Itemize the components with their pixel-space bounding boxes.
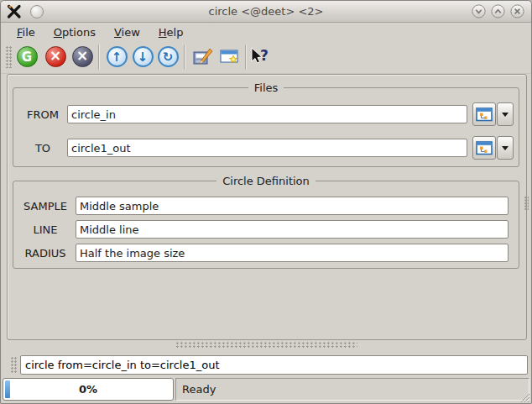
close-button[interactable] xyxy=(510,4,524,18)
to-label: TO xyxy=(18,142,67,155)
menu-help[interactable]: Help xyxy=(152,25,190,39)
progress-percent-label: 0% xyxy=(3,383,173,396)
sample-input[interactable] xyxy=(76,197,509,215)
line-label: LINE xyxy=(18,223,72,236)
radius-input[interactable] xyxy=(76,244,509,262)
app-window: circle <@deet> <2> File Options View Hel… xyxy=(0,0,532,404)
x11-logo-icon[interactable] xyxy=(6,4,23,19)
sample-row: SAMPLE xyxy=(18,196,514,216)
circle-definition-group: Circle Definition SAMPLE LINE RADIUS xyxy=(13,175,519,269)
from-input[interactable] xyxy=(67,105,467,123)
files-group-legend: Files xyxy=(248,81,284,94)
progress-bar: 0% xyxy=(3,378,174,401)
minimize-button[interactable] xyxy=(472,4,486,18)
from-history-dropdown[interactable] xyxy=(497,102,514,126)
toolbar-drag-handle[interactable] xyxy=(6,46,13,68)
horizontal-splitter-handle[interactable] xyxy=(176,342,357,348)
exit-button[interactable]: × xyxy=(70,45,94,69)
line-row: LINE xyxy=(18,219,514,239)
maximize-button[interactable] xyxy=(491,4,505,18)
svg-text:?: ? xyxy=(260,47,269,64)
redo-button[interactable]: ↻ xyxy=(156,45,180,69)
menu-file[interactable]: File xyxy=(10,25,42,39)
to-row: TO xyxy=(18,135,514,160)
toolbar: G × × ↑ ↓ ↻ xyxy=(1,40,531,74)
status-message-panel: Ready xyxy=(175,378,529,401)
toolbar-separator xyxy=(98,45,100,70)
context-help-button[interactable]: ? xyxy=(248,45,272,69)
exit-icon: × xyxy=(72,46,93,67)
to-input[interactable] xyxy=(67,139,467,157)
radius-label: RADIUS xyxy=(18,247,72,260)
arrow-up-icon: ↑ xyxy=(107,46,128,67)
status-bar: 0% Ready xyxy=(1,377,531,404)
files-group: Files FROM TO xyxy=(13,81,519,167)
redo-icon: ↻ xyxy=(158,46,179,67)
scroll-down-button[interactable]: ↓ xyxy=(131,45,154,69)
caret-down-icon xyxy=(502,113,509,117)
window-title: circle <@deet> <2> xyxy=(1,5,531,18)
command-bar-drag-handle[interactable] xyxy=(11,357,18,374)
command-line-input[interactable] xyxy=(20,355,528,375)
caret-down-icon xyxy=(502,146,509,150)
new-log-window-button[interactable] xyxy=(217,45,241,69)
edit-icon xyxy=(192,47,213,67)
sticky-button[interactable] xyxy=(30,5,44,18)
menu-view[interactable]: View xyxy=(107,25,147,39)
arrow-down-icon: ↓ xyxy=(133,46,154,67)
status-message: Ready xyxy=(182,383,216,396)
titlebar[interactable]: circle <@deet> <2> xyxy=(1,1,531,23)
menu-bar: File Options View Help xyxy=(1,24,531,40)
panel-splitter-handle[interactable] xyxy=(524,197,529,210)
from-browse-button[interactable] xyxy=(472,102,496,126)
from-row: FROM xyxy=(18,102,514,127)
toolbar-separator xyxy=(184,45,185,70)
run-icon: G xyxy=(17,46,38,67)
menu-options[interactable]: Options xyxy=(47,25,102,39)
parameters-panel: Files FROM TO xyxy=(7,74,527,340)
file-browser-icon xyxy=(476,141,493,155)
to-browse-button[interactable] xyxy=(472,136,496,160)
circle-definition-legend: Circle Definition xyxy=(216,175,316,187)
resize-grip[interactable] xyxy=(519,391,530,403)
file-browser-icon xyxy=(476,108,493,122)
scroll-up-button[interactable]: ↑ xyxy=(105,45,128,69)
from-label: FROM xyxy=(18,108,67,121)
stop-button[interactable]: × xyxy=(44,45,67,69)
sample-label: SAMPLE xyxy=(18,200,72,212)
radius-row: RADIUS xyxy=(18,243,514,263)
stop-icon: × xyxy=(45,46,66,67)
run-button[interactable]: G xyxy=(15,45,39,69)
to-history-dropdown[interactable] xyxy=(497,136,514,160)
new-window-icon xyxy=(219,47,240,66)
toolbar-separator xyxy=(245,45,247,70)
help-pointer-icon: ? xyxy=(249,46,272,68)
edit-command-button[interactable] xyxy=(190,45,214,69)
line-input[interactable] xyxy=(76,220,509,239)
